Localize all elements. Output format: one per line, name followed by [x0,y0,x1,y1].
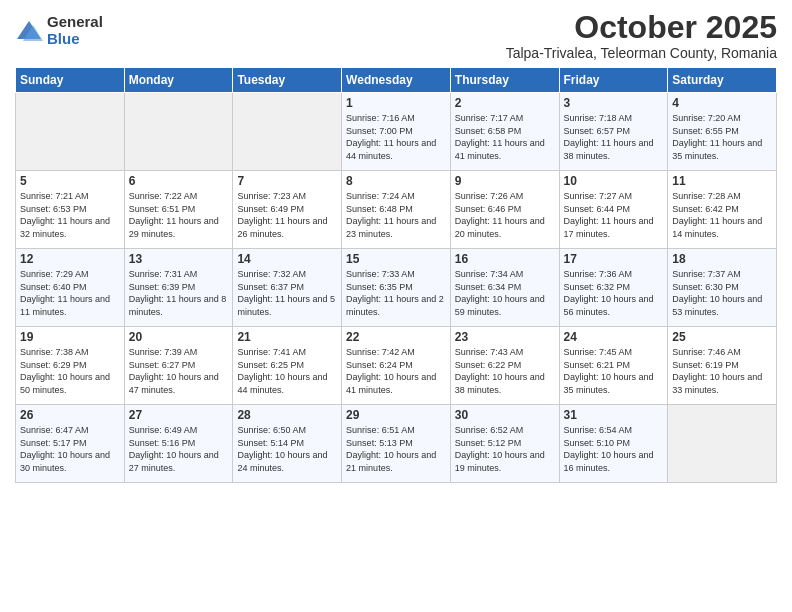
day-cell: 22Sunrise: 7:42 AM Sunset: 6:24 PM Dayli… [342,327,451,405]
day-info: Sunrise: 7:23 AM Sunset: 6:49 PM Dayligh… [237,190,337,240]
day-info: Sunrise: 7:37 AM Sunset: 6:30 PM Dayligh… [672,268,772,318]
day-cell: 31Sunrise: 6:54 AM Sunset: 5:10 PM Dayli… [559,405,668,483]
day-cell: 14Sunrise: 7:32 AM Sunset: 6:37 PM Dayli… [233,249,342,327]
day-info: Sunrise: 7:24 AM Sunset: 6:48 PM Dayligh… [346,190,446,240]
day-number: 8 [346,174,446,188]
day-cell: 20Sunrise: 7:39 AM Sunset: 6:27 PM Dayli… [124,327,233,405]
day-cell: 7Sunrise: 7:23 AM Sunset: 6:49 PM Daylig… [233,171,342,249]
week-row-0: 1Sunrise: 7:16 AM Sunset: 7:00 PM Daylig… [16,93,777,171]
day-cell: 5Sunrise: 7:21 AM Sunset: 6:53 PM Daylig… [16,171,125,249]
day-info: Sunrise: 7:28 AM Sunset: 6:42 PM Dayligh… [672,190,772,240]
day-number: 26 [20,408,120,422]
logo-blue: Blue [47,31,103,48]
weekday-header-friday: Friday [559,68,668,93]
day-number: 24 [564,330,664,344]
day-info: Sunrise: 7:20 AM Sunset: 6:55 PM Dayligh… [672,112,772,162]
day-cell: 29Sunrise: 6:51 AM Sunset: 5:13 PM Dayli… [342,405,451,483]
day-cell [124,93,233,171]
day-number: 21 [237,330,337,344]
day-info: Sunrise: 7:16 AM Sunset: 7:00 PM Dayligh… [346,112,446,162]
weekday-header-thursday: Thursday [450,68,559,93]
day-info: Sunrise: 6:50 AM Sunset: 5:14 PM Dayligh… [237,424,337,474]
day-number: 22 [346,330,446,344]
day-number: 17 [564,252,664,266]
page: General Blue October 2025 Talpa-Trivalea… [0,0,792,612]
day-info: Sunrise: 7:34 AM Sunset: 6:34 PM Dayligh… [455,268,555,318]
day-cell: 9Sunrise: 7:26 AM Sunset: 6:46 PM Daylig… [450,171,559,249]
weekday-header-wednesday: Wednesday [342,68,451,93]
day-number: 16 [455,252,555,266]
day-cell: 2Sunrise: 7:17 AM Sunset: 6:58 PM Daylig… [450,93,559,171]
day-cell: 6Sunrise: 7:22 AM Sunset: 6:51 PM Daylig… [124,171,233,249]
day-cell: 1Sunrise: 7:16 AM Sunset: 7:00 PM Daylig… [342,93,451,171]
day-number: 12 [20,252,120,266]
day-info: Sunrise: 7:45 AM Sunset: 6:21 PM Dayligh… [564,346,664,396]
day-number: 23 [455,330,555,344]
day-number: 10 [564,174,664,188]
day-info: Sunrise: 7:27 AM Sunset: 6:44 PM Dayligh… [564,190,664,240]
weekday-header-monday: Monday [124,68,233,93]
day-info: Sunrise: 7:33 AM Sunset: 6:35 PM Dayligh… [346,268,446,318]
day-cell: 24Sunrise: 7:45 AM Sunset: 6:21 PM Dayli… [559,327,668,405]
day-info: Sunrise: 7:31 AM Sunset: 6:39 PM Dayligh… [129,268,229,318]
weekday-header-saturday: Saturday [668,68,777,93]
day-cell: 13Sunrise: 7:31 AM Sunset: 6:39 PM Dayli… [124,249,233,327]
day-info: Sunrise: 7:32 AM Sunset: 6:37 PM Dayligh… [237,268,337,318]
day-cell [16,93,125,171]
day-cell: 17Sunrise: 7:36 AM Sunset: 6:32 PM Dayli… [559,249,668,327]
title-area: October 2025 Talpa-Trivalea, Teleorman C… [506,10,777,61]
day-info: Sunrise: 6:54 AM Sunset: 5:10 PM Dayligh… [564,424,664,474]
week-row-4: 26Sunrise: 6:47 AM Sunset: 5:17 PM Dayli… [16,405,777,483]
day-number: 1 [346,96,446,110]
day-info: Sunrise: 7:17 AM Sunset: 6:58 PM Dayligh… [455,112,555,162]
day-number: 29 [346,408,446,422]
day-number: 31 [564,408,664,422]
day-number: 9 [455,174,555,188]
day-info: Sunrise: 7:42 AM Sunset: 6:24 PM Dayligh… [346,346,446,396]
day-number: 19 [20,330,120,344]
day-info: Sunrise: 6:49 AM Sunset: 5:16 PM Dayligh… [129,424,229,474]
day-info: Sunrise: 7:29 AM Sunset: 6:40 PM Dayligh… [20,268,120,318]
logo: General Blue [15,14,103,47]
day-info: Sunrise: 7:21 AM Sunset: 6:53 PM Dayligh… [20,190,120,240]
day-number: 15 [346,252,446,266]
day-cell: 26Sunrise: 6:47 AM Sunset: 5:17 PM Dayli… [16,405,125,483]
day-cell [233,93,342,171]
day-number: 2 [455,96,555,110]
day-cell: 25Sunrise: 7:46 AM Sunset: 6:19 PM Dayli… [668,327,777,405]
day-cell: 18Sunrise: 7:37 AM Sunset: 6:30 PM Dayli… [668,249,777,327]
day-number: 11 [672,174,772,188]
day-cell: 15Sunrise: 7:33 AM Sunset: 6:35 PM Dayli… [342,249,451,327]
logo-icon [15,17,43,45]
day-info: Sunrise: 7:18 AM Sunset: 6:57 PM Dayligh… [564,112,664,162]
day-number: 30 [455,408,555,422]
day-number: 3 [564,96,664,110]
day-cell: 28Sunrise: 6:50 AM Sunset: 5:14 PM Dayli… [233,405,342,483]
day-info: Sunrise: 7:39 AM Sunset: 6:27 PM Dayligh… [129,346,229,396]
subtitle: Talpa-Trivalea, Teleorman County, Romani… [506,45,777,61]
header: General Blue October 2025 Talpa-Trivalea… [15,10,777,61]
day-number: 20 [129,330,229,344]
day-cell: 8Sunrise: 7:24 AM Sunset: 6:48 PM Daylig… [342,171,451,249]
month-title: October 2025 [506,10,777,45]
day-number: 7 [237,174,337,188]
week-row-2: 12Sunrise: 7:29 AM Sunset: 6:40 PM Dayli… [16,249,777,327]
day-number: 25 [672,330,772,344]
day-cell: 12Sunrise: 7:29 AM Sunset: 6:40 PM Dayli… [16,249,125,327]
day-info: Sunrise: 7:36 AM Sunset: 6:32 PM Dayligh… [564,268,664,318]
day-cell: 27Sunrise: 6:49 AM Sunset: 5:16 PM Dayli… [124,405,233,483]
day-cell: 3Sunrise: 7:18 AM Sunset: 6:57 PM Daylig… [559,93,668,171]
day-cell: 21Sunrise: 7:41 AM Sunset: 6:25 PM Dayli… [233,327,342,405]
day-info: Sunrise: 7:26 AM Sunset: 6:46 PM Dayligh… [455,190,555,240]
day-info: Sunrise: 6:47 AM Sunset: 5:17 PM Dayligh… [20,424,120,474]
day-info: Sunrise: 7:43 AM Sunset: 6:22 PM Dayligh… [455,346,555,396]
day-number: 5 [20,174,120,188]
weekday-header-row: SundayMondayTuesdayWednesdayThursdayFrid… [16,68,777,93]
day-number: 18 [672,252,772,266]
day-info: Sunrise: 7:38 AM Sunset: 6:29 PM Dayligh… [20,346,120,396]
day-cell: 16Sunrise: 7:34 AM Sunset: 6:34 PM Dayli… [450,249,559,327]
day-number: 13 [129,252,229,266]
day-number: 6 [129,174,229,188]
weekday-header-tuesday: Tuesday [233,68,342,93]
logo-general: General [47,14,103,31]
